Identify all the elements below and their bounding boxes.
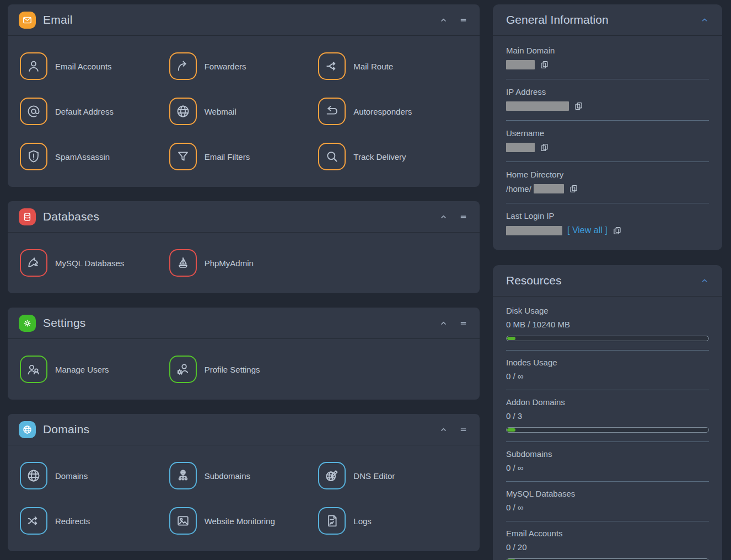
usage-bar: [506, 427, 709, 433]
section-databases: DatabasesMySQL DatabasesPhpMyAdmin: [8, 201, 480, 293]
field-label: Username: [506, 128, 709, 138]
app-link-label: Default Address: [55, 107, 114, 116]
copy-icon[interactable]: [540, 60, 549, 69]
section-controls: [438, 424, 469, 435]
app-link-website-monitoring[interactable]: Website Monitoring: [169, 507, 319, 535]
forward-arrow-icon: [169, 52, 197, 80]
app-link-profile-settings[interactable]: Profile Settings: [169, 356, 319, 383]
field-value: [ View all ]: [506, 225, 709, 235]
resource-value: 0 / ∞: [506, 371, 709, 381]
chevron-up-icon[interactable]: [438, 424, 449, 435]
resource-label: Subdomains: [506, 449, 709, 459]
resource-label: Email Accounts: [506, 529, 709, 538]
section-header: Email: [8, 4, 480, 36]
app-link-mail-route[interactable]: Mail Route: [318, 52, 467, 80]
resource-value: 0 / ∞: [506, 463, 709, 472]
app-link-label: Webmail: [205, 107, 237, 116]
app-link-label: SpamAssassin: [55, 152, 110, 161]
section-title: Settings: [43, 316, 85, 330]
user-gear-icon: [169, 356, 197, 383]
return-arrow-icon: [318, 98, 346, 125]
copy-icon[interactable]: [612, 226, 622, 235]
app-link-redirects[interactable]: Redirects: [20, 507, 169, 535]
app-link-forwarders[interactable]: Forwarders: [169, 52, 319, 80]
chevron-up-icon[interactable]: [438, 14, 449, 25]
app-link-logs[interactable]: Logs: [318, 507, 467, 535]
section-header: Databases: [8, 201, 480, 233]
resource-subdomains: Subdomains0 / ∞: [506, 442, 709, 482]
app-link-label: Redirects: [55, 516, 90, 526]
app-link-label: Email Accounts: [55, 62, 112, 71]
network-tree-icon: [169, 462, 197, 489]
app-link-label: Autoresponders: [353, 107, 412, 116]
section-controls: [438, 14, 469, 25]
redacted-value: [506, 143, 535, 152]
chevron-up-icon[interactable]: [438, 211, 449, 222]
resource-inodes-usage: Inodes Usage0 / ∞: [506, 351, 709, 390]
copy-icon[interactable]: [540, 143, 549, 152]
general-information-panel: General Information Main DomainIP Addres…: [493, 4, 722, 250]
section-title: Email: [43, 13, 73, 26]
resource-label: Addon Domains: [506, 397, 709, 407]
field-label: Last Login IP: [506, 211, 709, 220]
globe-pencil-icon: [318, 462, 346, 489]
app-link-autoresponders[interactable]: Autoresponders: [318, 98, 467, 125]
redacted-value: [506, 226, 562, 235]
view-all-link[interactable]: [ View all ]: [567, 225, 608, 235]
field-main-domain: Main Domain: [506, 38, 709, 79]
chevron-up-icon[interactable]: [700, 15, 709, 24]
resource-disk-usage: Disk Usage0 MB / 10240 MB: [506, 299, 709, 351]
app-link-track-delivery[interactable]: Track Delivery: [318, 143, 467, 170]
resource-mysql-databases: MySQL Databases0 / ∞: [506, 482, 709, 521]
resources-header: Resources: [493, 265, 722, 297]
app-link-email-filters[interactable]: Email Filters: [169, 143, 319, 170]
app-link-mysql-databases[interactable]: MySQL Databases: [20, 249, 169, 277]
app-grid: DomainsSubdomainsDNS EditorRedirectsWebs…: [8, 445, 480, 551]
redacted-value: [506, 101, 569, 111]
dolphin-icon: [20, 249, 47, 277]
section-header: Settings: [8, 308, 480, 339]
section-email: EmailEmail AccountsForwardersMail RouteD…: [8, 4, 480, 187]
copy-icon[interactable]: [574, 101, 583, 111]
picture-icon: [169, 507, 197, 535]
usage-bar-fill: [507, 428, 515, 432]
app-link-webmail[interactable]: Webmail: [169, 98, 319, 125]
app-link-dns-editor[interactable]: DNS Editor: [318, 462, 467, 489]
chevron-up-icon[interactable]: [438, 317, 449, 329]
redacted-value: [506, 60, 535, 69]
field-home-directory: Home Directory/home/: [506, 162, 709, 203]
log-file-icon: [318, 507, 346, 535]
field-label: Main Domain: [506, 46, 709, 55]
split-arrow-icon: [318, 52, 346, 80]
globe-icon: [20, 462, 47, 489]
app-link-manage-users[interactable]: Manage Users: [20, 356, 169, 383]
app-link-subdomains[interactable]: Subdomains: [169, 462, 319, 489]
resource-email-accounts: Email Accounts0 / 20: [506, 521, 709, 560]
app-link-label: DNS Editor: [353, 471, 395, 481]
app-link-email-accounts[interactable]: Email Accounts: [20, 52, 169, 80]
field-ip-address: IP Address: [506, 79, 709, 121]
section-title: Databases: [43, 210, 99, 223]
chevron-up-icon[interactable]: [700, 276, 709, 285]
field-value: [506, 101, 709, 111]
usage-bar: [506, 336, 709, 341]
copy-icon[interactable]: [569, 184, 578, 193]
shield-alert-icon: [20, 143, 47, 170]
drag-handle-icon[interactable]: [458, 211, 469, 222]
section-controls: [438, 317, 469, 329]
app-link-default-address[interactable]: Default Address: [20, 98, 169, 125]
app-link-domains[interactable]: Domains: [20, 462, 169, 489]
info-column: General Information Main DomainIP Addres…: [493, 4, 722, 560]
drag-handle-icon[interactable]: [458, 14, 469, 25]
app-link-phpmyadmin[interactable]: PhpMyAdmin: [169, 249, 319, 277]
drag-handle-icon[interactable]: [458, 424, 469, 435]
app-link-label: Domains: [55, 471, 88, 481]
drag-handle-icon[interactable]: [458, 317, 469, 329]
redacted-value: [534, 184, 564, 193]
app-link-label: Manage Users: [55, 365, 109, 374]
app-link-spamassassin[interactable]: SpamAssassin: [20, 143, 169, 170]
field-label: Home Directory: [506, 170, 709, 179]
field-last-login-ip: Last Login IP[ View all ]: [506, 203, 709, 245]
app-link-label: Email Filters: [205, 152, 250, 161]
gear-badge-icon: [19, 315, 36, 332]
